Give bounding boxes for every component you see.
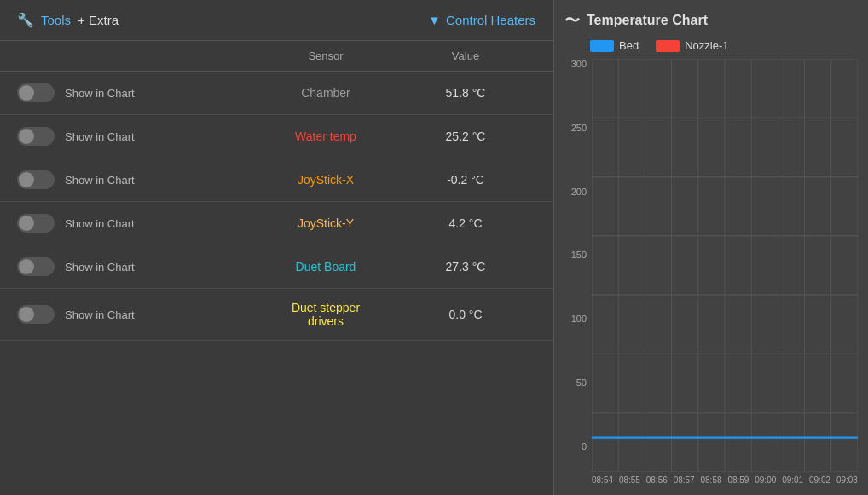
water-temp-sensor-name: Water temp xyxy=(256,130,396,143)
x-label-0854: 08:54 xyxy=(592,475,613,485)
duet-stepper-toggle[interactable] xyxy=(17,305,55,324)
joystick-x-toggle[interactable] xyxy=(17,170,55,189)
duet-board-sensor-value: 27.3 °C xyxy=(396,260,535,273)
joystick-x-show-label: Show in Chart xyxy=(65,174,135,187)
toggle-container: Show in Chart xyxy=(17,214,256,233)
y-label-0: 0 xyxy=(582,441,587,452)
table-header: Sensor Value xyxy=(0,41,553,72)
legend-nozzle: Nozzle-1 xyxy=(656,39,728,52)
toggle-container: Show in Chart xyxy=(17,83,256,102)
x-label-0901: 09:01 xyxy=(782,475,803,485)
extra-label: + Extra xyxy=(78,13,119,27)
chart-legend: Bed Nozzle-1 xyxy=(564,39,858,52)
legend-nozzle-label: Nozzle-1 xyxy=(685,39,728,52)
legend-bed-color xyxy=(590,40,614,52)
duet-board-toggle[interactable] xyxy=(17,257,55,276)
duet-stepper-show-label: Show in Chart xyxy=(65,308,135,321)
legend-bed-label: Bed xyxy=(619,39,639,52)
y-label-200: 200 xyxy=(571,187,587,197)
right-panel: 〜 Temperature Chart Bed Nozzle-1 300 250… xyxy=(553,0,868,495)
joystick-y-sensor-name: JoyStick-Y xyxy=(256,216,396,230)
table-row: Show in Chart Duet Board 27.3 °C xyxy=(0,245,553,289)
chart-title-container: 〜 Temperature Chart xyxy=(564,10,858,31)
duet-board-show-label: Show in Chart xyxy=(65,261,135,273)
toggle-col-header xyxy=(17,49,256,62)
temperature-chart-icon: 〜 xyxy=(564,10,580,31)
toggle-container: Show in Chart xyxy=(17,257,256,276)
x-label-0855: 08:55 xyxy=(619,475,640,485)
joystick-x-sensor-value: -0.2 °C xyxy=(396,173,535,187)
chart-title-label: Temperature Chart xyxy=(587,13,708,28)
x-label-0856: 08:56 xyxy=(646,475,668,485)
x-axis: 08:54 08:55 08:56 08:57 08:58 08:59 09:0… xyxy=(564,472,858,485)
y-label-50: 50 xyxy=(576,377,587,388)
wrench-icon: 🔧 xyxy=(17,12,34,28)
sensor-col-header: Sensor xyxy=(256,49,396,62)
joystick-x-sensor-name: JoyStick-X xyxy=(256,173,396,187)
x-label-0858: 08:58 xyxy=(701,475,722,485)
legend-nozzle-color xyxy=(656,40,680,52)
water-temp-sensor-value: 25.2 °C xyxy=(396,130,535,143)
y-axis: 300 250 200 150 100 50 0 xyxy=(564,59,592,472)
control-heaters-label: Control Heaters xyxy=(446,13,535,27)
water-temp-show-label: Show in Chart xyxy=(65,130,135,143)
y-label-250: 250 xyxy=(571,123,587,133)
table-row: Show in Chart Duet stepper drivers 0.0 °… xyxy=(0,289,553,341)
x-label-0900: 09:00 xyxy=(755,475,776,485)
dropdown-arrow-icon: ▼ xyxy=(428,13,441,27)
y-label-100: 100 xyxy=(571,314,587,324)
left-panel: 🔧 Tools + Extra ▼ Control Heaters Sensor… xyxy=(0,0,553,495)
chamber-sensor-name: Chamber xyxy=(256,86,396,100)
tools-link[interactable]: Tools xyxy=(41,13,71,27)
duet-stepper-sensor-name: Duet stepper drivers xyxy=(256,301,396,328)
top-bar: 🔧 Tools + Extra ▼ Control Heaters xyxy=(0,0,553,41)
top-bar-left: 🔧 Tools + Extra xyxy=(17,12,119,28)
table-row: Show in Chart JoyStick-Y 4.2 °C xyxy=(0,202,553,245)
x-label-0903: 09:03 xyxy=(836,475,858,485)
control-heaters-button[interactable]: ▼ Control Heaters xyxy=(428,13,535,27)
duet-board-sensor-name: Duet Board xyxy=(256,260,396,273)
x-label-0857: 08:57 xyxy=(674,475,695,485)
chart-plot xyxy=(592,59,858,472)
chamber-toggle[interactable] xyxy=(17,83,55,102)
toggle-container: Show in Chart xyxy=(17,170,256,189)
table-row: Show in Chart Water temp 25.2 °C xyxy=(0,115,553,158)
x-label-0902: 09:02 xyxy=(809,475,830,485)
value-col-header: Value xyxy=(396,49,535,62)
chart-svg xyxy=(592,59,858,472)
table-row: Show in Chart JoyStick-X -0.2 °C xyxy=(0,158,553,202)
chamber-sensor-value: 51.8 °C xyxy=(396,86,535,100)
chamber-show-label: Show in Chart xyxy=(65,87,135,100)
joystick-y-toggle[interactable] xyxy=(17,214,55,233)
y-label-300: 300 xyxy=(571,59,587,69)
toggle-container: Show in Chart xyxy=(17,127,256,146)
table-row: Show in Chart Chamber 51.8 °C xyxy=(0,72,553,115)
toggle-container: Show in Chart xyxy=(17,305,256,324)
joystick-y-sensor-value: 4.2 °C xyxy=(396,216,535,230)
joystick-y-show-label: Show in Chart xyxy=(65,217,135,230)
y-label-150: 150 xyxy=(571,250,587,260)
legend-bed: Bed xyxy=(590,39,639,52)
duet-stepper-sensor-value: 0.0 °C xyxy=(396,308,535,321)
x-label-0859: 08:59 xyxy=(727,475,749,485)
water-temp-toggle[interactable] xyxy=(17,127,55,146)
